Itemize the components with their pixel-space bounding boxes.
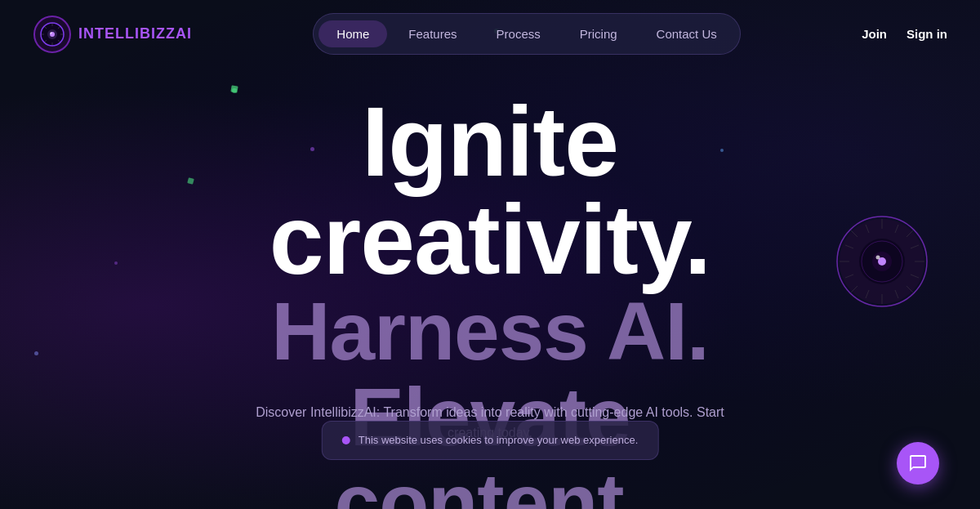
svg-point-12 xyxy=(51,32,52,33)
eye-orb xyxy=(833,212,931,310)
hero-line-1: Ignite xyxy=(0,92,980,190)
nav-pricing[interactable]: Pricing xyxy=(562,20,635,47)
hero-line-5: content. xyxy=(0,460,980,509)
nav-process[interactable]: Process xyxy=(479,20,559,47)
svg-point-35 xyxy=(876,256,880,260)
logo-text: INTELLIBIZZAI xyxy=(78,25,192,42)
nav-features[interactable]: Features xyxy=(390,20,474,47)
logo-icon xyxy=(33,15,72,54)
chat-button[interactable] xyxy=(897,442,939,484)
signin-button[interactable]: Sign in xyxy=(906,27,947,41)
join-button[interactable]: Join xyxy=(862,27,887,41)
nav-links: Home Features Process Pricing Contact Us xyxy=(313,13,740,55)
nav-contact[interactable]: Contact Us xyxy=(639,20,735,47)
navbar: INTELLIBIZZAI Home Features Process Pric… xyxy=(0,0,980,68)
nav-home[interactable]: Home xyxy=(318,20,387,47)
chat-icon xyxy=(908,453,928,473)
nav-actions: Join Sign in xyxy=(862,27,947,41)
cookie-banner: This website uses cookies to improve you… xyxy=(322,421,659,460)
cookie-text: This website uses cookies to improve you… xyxy=(359,433,639,448)
cookie-icon xyxy=(342,436,350,444)
logo: INTELLIBIZZAI xyxy=(33,15,192,54)
